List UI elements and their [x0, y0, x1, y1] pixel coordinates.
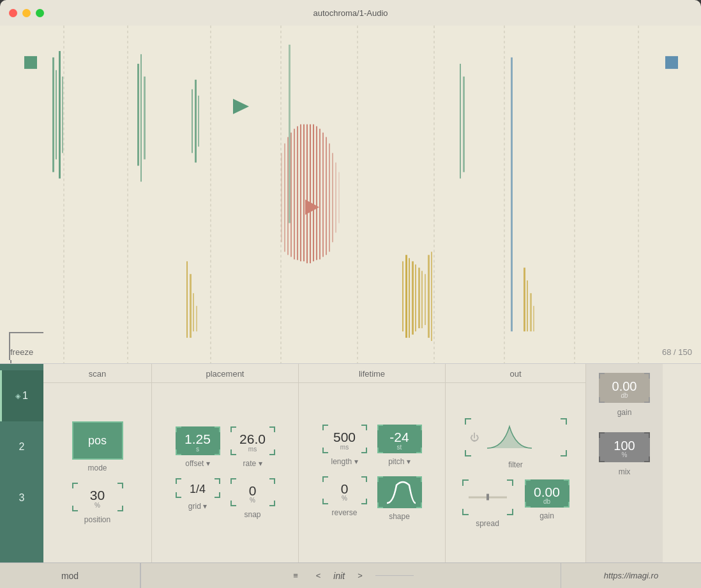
- svg-rect-21: [289, 45, 290, 223]
- scan-section: scan pos mode 30 %: [43, 364, 152, 562]
- spread-label: spread: [476, 519, 499, 528]
- length-label: length: [331, 457, 358, 466]
- svg-rect-42: [511, 57, 513, 331]
- svg-rect-55: [421, 271, 423, 328]
- track-3-label: 3: [19, 492, 25, 504]
- svg-rect-43: [460, 64, 461, 179]
- snap-widget[interactable]: 0 %: [230, 478, 275, 506]
- lifetime-section: lifetime 500 ms length: [299, 364, 446, 562]
- svg-rect-29: [303, 124, 305, 262]
- svg-rect-40: [338, 172, 340, 223]
- maximize-button[interactable]: [36, 9, 44, 17]
- out-gain-widget[interactable]: 0.00 db: [525, 479, 569, 508]
- svg-rect-61: [530, 293, 532, 331]
- mix-widget[interactable]: 100 %: [599, 432, 650, 462]
- filter-curve: [484, 421, 548, 453]
- offset-widget[interactable]: 1.25 s: [176, 426, 220, 455]
- svg-rect-56: [425, 274, 426, 325]
- length-value: 500: [333, 430, 356, 444]
- reverse-label: reverse: [331, 508, 357, 517]
- mod-button[interactable]: mod: [0, 563, 140, 588]
- grid-widget[interactable]: 1/4: [176, 478, 220, 499]
- length-widget[interactable]: 500 ms: [322, 425, 367, 453]
- website-url[interactable]: https://imagi.ro: [561, 563, 701, 588]
- svg-rect-31: [310, 124, 311, 264]
- prev-preset-button[interactable]: <: [311, 568, 326, 583]
- svg-rect-60: [527, 280, 528, 331]
- svg-rect-34: [319, 129, 320, 260]
- track-item-3[interactable]: 3: [0, 472, 43, 524]
- svg-rect-64: [24, 56, 37, 69]
- bottom-bar: mod ≡ < init > https://imagi.ro: [0, 562, 701, 588]
- out-title: out: [446, 364, 585, 383]
- mix-label: mix: [619, 467, 631, 476]
- svg-rect-54: [418, 268, 420, 328]
- scan-body: pos mode 30 % position: [43, 383, 151, 562]
- svg-rect-22: [281, 153, 282, 243]
- out-section: out ⏻: [446, 364, 586, 562]
- mix-value: 100: [614, 439, 635, 453]
- svg-rect-48: [196, 306, 197, 331]
- master-gain-group: 0.00 db gain: [599, 373, 650, 417]
- placement-body: 1.25 s offset 26.0 ms r: [152, 383, 298, 562]
- filter-power-icon[interactable]: ⏻: [470, 432, 479, 442]
- position-label: position: [84, 515, 110, 524]
- master-gain-label: gain: [617, 408, 632, 417]
- svg-rect-63: [665, 56, 678, 69]
- svg-rect-11: [56, 70, 57, 160]
- grain-visualization: [0, 26, 701, 363]
- close-button[interactable]: [9, 9, 17, 17]
- lifetime-title: lifetime: [299, 364, 445, 383]
- pitch-widget[interactable]: -24 st: [377, 425, 422, 453]
- grid-value: 1/4: [190, 483, 206, 496]
- controls-area: ◈ 1 2 3 scan pos mo: [0, 364, 701, 562]
- mode-label: mode: [87, 464, 107, 472]
- svg-rect-38: [332, 153, 333, 243]
- svg-rect-51: [409, 258, 410, 338]
- next-preset-button[interactable]: >: [352, 568, 368, 583]
- svg-rect-50: [405, 255, 407, 338]
- track-item-1[interactable]: ◈ 1: [0, 370, 43, 421]
- master-gain-unit: db: [621, 392, 628, 399]
- svg-rect-16: [144, 77, 146, 160]
- svg-rect-14: [137, 64, 139, 166]
- track-item-2[interactable]: 2: [0, 421, 43, 472]
- minimize-button[interactable]: [22, 9, 31, 17]
- grid-label: grid: [188, 502, 207, 511]
- svg-rect-49: [402, 261, 403, 331]
- svg-rect-32: [313, 124, 314, 262]
- scan-title: scan: [43, 364, 151, 383]
- rate-widget[interactable]: 26.0 ms: [230, 426, 275, 455]
- pitch-label: pitch: [388, 457, 411, 466]
- menu-icon[interactable]: ≡: [288, 568, 303, 583]
- svg-rect-18: [195, 80, 197, 163]
- traffic-lights: [9, 9, 44, 17]
- master-gain-widget[interactable]: 0.00 db: [599, 373, 650, 403]
- length-unit: ms: [340, 444, 349, 451]
- reverse-widget[interactable]: 0 %: [322, 476, 367, 504]
- out-gain-unit: db: [543, 498, 550, 505]
- freeze-area: freeze: [9, 332, 43, 357]
- svg-rect-19: [198, 96, 199, 147]
- mode-button[interactable]: pos: [72, 421, 123, 460]
- svg-rect-13: [62, 77, 63, 153]
- track-selector: ◈ 1 2 3: [0, 364, 43, 562]
- preset-name: init: [333, 571, 345, 581]
- offset-value: 1.25: [185, 432, 211, 446]
- gain-mix-section: 0.00 db gain 100 % mix: [586, 364, 663, 562]
- shape-widget[interactable]: [377, 476, 422, 508]
- snap-value: 0: [249, 483, 257, 498]
- window-title: autochroma/1-Audio: [313, 8, 388, 18]
- svg-rect-59: [524, 268, 525, 331]
- placement-section: placement 1.25 s offset: [152, 364, 299, 562]
- offset-label: offset: [185, 459, 209, 468]
- svg-rect-15: [140, 54, 142, 182]
- pitch-value: -24: [389, 430, 409, 444]
- rate-value: 26.0: [239, 432, 266, 446]
- bottom-nav: ≡ < init >: [141, 568, 561, 583]
- pitch-unit: st: [397, 444, 402, 451]
- position-widget[interactable]: 30 %: [72, 483, 123, 511]
- svg-rect-10: [52, 57, 54, 172]
- grain-counter: 68 / 150: [662, 347, 692, 357]
- svg-rect-44: [463, 77, 465, 172]
